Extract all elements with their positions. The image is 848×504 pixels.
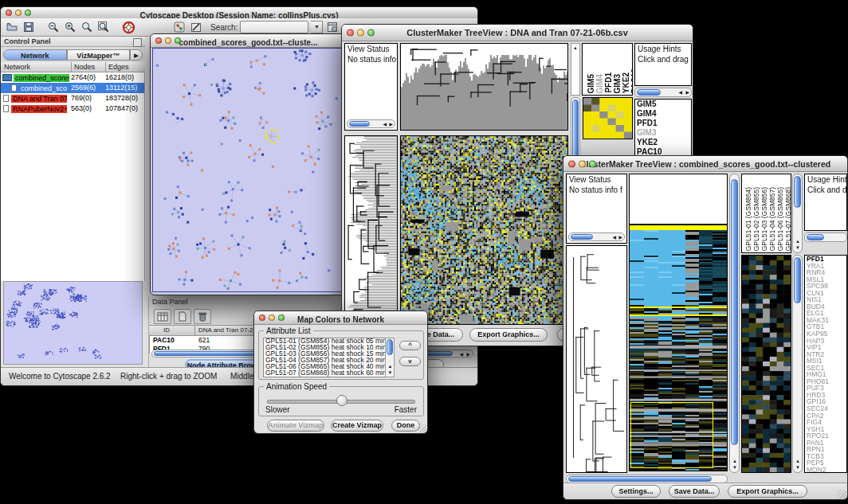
cluster1-row-dendrogram[interactable] bbox=[344, 135, 398, 325]
view-status-hscrollbar[interactable]: ◀▶ bbox=[347, 119, 395, 128]
export-graphics-button[interactable]: Export Graphics... bbox=[728, 485, 807, 498]
help-lifering-icon[interactable] bbox=[121, 20, 135, 34]
cluster1-dendro-strip[interactable]: ▲ bbox=[571, 43, 580, 96]
search-dropdown-button[interactable]: ▼ bbox=[311, 21, 323, 33]
close-button[interactable] bbox=[568, 160, 575, 167]
attribute-list-vscrollbar[interactable]: ▲▼ bbox=[385, 338, 395, 377]
zoom-button[interactable] bbox=[25, 10, 31, 16]
minimize-button[interactable] bbox=[579, 160, 586, 167]
cluster2-titlebar[interactable]: ClusterMaker TreeView : combined_scores_… bbox=[563, 156, 847, 172]
tab-network[interactable]: Network bbox=[3, 49, 67, 61]
cluster1-column-dendrogram[interactable] bbox=[400, 43, 568, 131]
settings-button[interactable]: Settings... bbox=[611, 485, 661, 498]
cluster1-title: ClusterMaker TreeView : DNA and Tran 07-… bbox=[406, 28, 628, 37]
tabs-overflow-button[interactable]: ▶ bbox=[130, 49, 143, 61]
zoom-fit-icon[interactable] bbox=[96, 20, 111, 34]
open-session-icon[interactable] bbox=[5, 20, 19, 34]
cluster2-column-dendrogram[interactable] bbox=[629, 174, 728, 225]
new-attribute-icon[interactable] bbox=[174, 309, 191, 324]
export-graphics-button[interactable]: Export Graphics... bbox=[469, 328, 548, 342]
usage-hints-title: Usage Hints bbox=[635, 44, 691, 54]
attribute-list-label: Attribute List bbox=[264, 326, 313, 335]
network-name: DNA and Tran 07 bbox=[11, 95, 67, 103]
zoom-button[interactable] bbox=[589, 160, 596, 167]
minimize-button[interactable] bbox=[165, 37, 171, 44]
tab-vizmapper[interactable]: VizMapper™ bbox=[67, 49, 131, 61]
zoom-button[interactable] bbox=[278, 315, 285, 321]
minimize-button[interactable] bbox=[269, 315, 275, 321]
cluster2-zoom-heatmap[interactable] bbox=[741, 255, 791, 473]
zoom-in-icon[interactable] bbox=[63, 20, 77, 34]
search-input[interactable] bbox=[240, 21, 308, 33]
animation-speed-group: Animation Speed Slower Faster bbox=[258, 386, 424, 416]
attribute-listbox[interactable]: GPL51-01 (GSM854) heat shock 05 minGPL51… bbox=[263, 338, 386, 377]
annotation-icon[interactable] bbox=[189, 20, 203, 34]
gene-item[interactable]: PFD1 bbox=[635, 119, 691, 128]
column-label: GPL51-04 (GSM857) bbox=[768, 187, 776, 251]
cluster2-heatmap[interactable] bbox=[629, 225, 728, 471]
save-session-icon[interactable] bbox=[22, 20, 36, 34]
cluster2-genes-vscrollbar[interactable]: ▲▼ bbox=[792, 255, 803, 473]
move-up-button[interactable]: ^ bbox=[399, 341, 421, 350]
network-view-titlebar[interactable]: combined_scores_good.txt--cluste... bbox=[151, 34, 346, 48]
network-row[interactable]: combined_sco2569(6)13112(15) bbox=[1, 83, 144, 93]
resize-grip[interactable] bbox=[838, 490, 846, 498]
network-view-title: combined_scores_good.txt--cluste... bbox=[179, 38, 318, 47]
minimize-button[interactable] bbox=[15, 10, 22, 16]
delete-attribute-icon[interactable] bbox=[194, 309, 211, 324]
cluster1-titlebar[interactable]: ClusterMaker TreeView : DNA and Tran 07-… bbox=[342, 25, 693, 41]
animate-vizmap-button[interactable]: Animate Vizmap bbox=[267, 420, 324, 432]
column-label: GPL51-07 (GSM868) bbox=[784, 187, 791, 251]
attribute-select-icon[interactable] bbox=[154, 309, 171, 324]
network-table-header[interactable]: Network Nodes Edges bbox=[1, 62, 145, 72]
usage-hints-text: Click and drag to bbox=[635, 54, 691, 64]
column-label: GIM4 bbox=[595, 74, 604, 93]
cluster2-row-dendrogram[interactable] bbox=[566, 245, 627, 473]
cluster1-heatmap[interactable] bbox=[400, 135, 568, 325]
speed-slider-thumb[interactable] bbox=[336, 395, 347, 406]
close-button[interactable] bbox=[6, 10, 12, 16]
search-settings-icon[interactable] bbox=[325, 20, 340, 34]
gene-item[interactable]: GIM5 bbox=[635, 100, 691, 109]
network-row[interactable]: DNA and Tran 07769(0)183728(0) bbox=[1, 93, 144, 104]
minimize-button[interactable] bbox=[357, 29, 364, 37]
zoom-button[interactable] bbox=[367, 29, 375, 37]
column-label: GPL51-01 (GSM854) bbox=[744, 187, 752, 251]
zoom-selected-icon[interactable] bbox=[80, 20, 94, 34]
network-overview-thumbnail[interactable] bbox=[3, 281, 143, 365]
network-row[interactable]: combined_scores2764(0)16218(0) bbox=[1, 72, 144, 83]
network-row[interactable]: RNAPuberNov2+563(0)107847(0) bbox=[1, 104, 144, 114]
gene-item[interactable]: MON2 bbox=[805, 467, 846, 473]
view-status-hscrollbar[interactable]: ◀▶ bbox=[568, 232, 625, 241]
zoom-out-icon[interactable] bbox=[46, 20, 61, 34]
create-vizmap-button[interactable]: Create Vizmap bbox=[331, 420, 383, 432]
dialog-titlebar[interactable]: Map Colors to Network bbox=[254, 311, 427, 325]
cluster1-column-labels: GIM5GIM4PFD1GIM3YKE2PAC10 bbox=[582, 43, 633, 96]
gene-item[interactable]: GIM4 bbox=[635, 109, 691, 119]
cluster1-hints-hscrollbar[interactable]: ◀▶ bbox=[634, 88, 692, 97]
move-down-button[interactable]: v bbox=[399, 357, 421, 366]
clustermaker-window-2: ClusterMaker TreeView : combined_scores_… bbox=[563, 155, 848, 500]
gene-item[interactable]: YKE2 bbox=[635, 138, 691, 147]
cluster1-gene-list[interactable]: GIM5GIM4PFD1GIM3YKE2PAC10 bbox=[634, 99, 692, 157]
resize-grip[interactable] bbox=[418, 424, 426, 432]
cluster1-mini-heatmap[interactable] bbox=[583, 97, 633, 139]
view-status-title: View Status bbox=[345, 44, 397, 54]
close-button[interactable] bbox=[259, 315, 265, 321]
cluster2-hints-hscrollbar[interactable] bbox=[804, 232, 847, 242]
close-button[interactable] bbox=[347, 29, 354, 37]
cluster2-labels-vscrollbar[interactable]: ▲▼ bbox=[792, 174, 803, 253]
zoom-button[interactable] bbox=[175, 37, 181, 44]
attribute-item[interactable]: GPL51-07 (GSM868) heat shock 60 min bbox=[264, 370, 385, 377]
plugin-manager-icon[interactable] bbox=[172, 20, 186, 34]
close-button[interactable] bbox=[155, 37, 162, 44]
main-titlebar[interactable]: Cytoscape Desktop (Session Name: collins… bbox=[1, 7, 477, 19]
network-canvas[interactable] bbox=[152, 48, 344, 292]
gene-item[interactable]: GIM3 bbox=[635, 128, 691, 138]
cluster2-gene-list[interactable]: PFD1YRA1RNR4MSL1SPC98CLN1NIS1BUD4ELG1MAK… bbox=[804, 255, 847, 473]
done-button[interactable]: Done bbox=[391, 420, 420, 432]
cluster2-button-bar: Settings... Save Data... Export Graphics… bbox=[563, 483, 847, 499]
save-data-button[interactable]: Save Data... bbox=[669, 485, 720, 498]
cluster2-main-vscrollbar[interactable]: ▲▼ bbox=[729, 174, 740, 473]
float-panel-icon[interactable] bbox=[133, 38, 142, 47]
